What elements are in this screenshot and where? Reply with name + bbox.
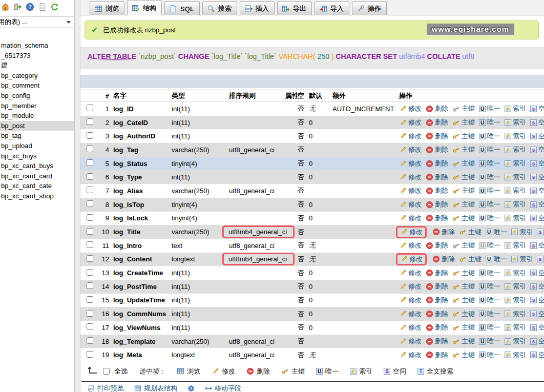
row-select-checkbox[interactable] — [87, 282, 93, 289]
drop-action[interactable]: 删除 — [426, 296, 448, 305]
spatial-action[interactable]: s空间 — [530, 310, 544, 319]
primary-action[interactable]: 主键 — [452, 173, 475, 182]
primary-action[interactable]: 主键 — [459, 228, 482, 237]
recent-tables-select[interactable]: 用的表) ... — [0, 16, 74, 28]
drop-action[interactable]: 删除 — [426, 269, 448, 278]
row-select-checkbox[interactable] — [87, 241, 93, 248]
spatial-action[interactable]: s空间 — [530, 132, 544, 141]
drop-action[interactable]: 删除 — [426, 132, 448, 141]
modify-action[interactable]: 修改 — [399, 337, 422, 346]
spatial-action[interactable]: s空间 — [530, 282, 544, 291]
home-icon[interactable] — [1, 3, 10, 11]
help-icon[interactable]: ? — [26, 3, 34, 11]
row-select-checkbox[interactable] — [87, 228, 93, 235]
drop-action[interactable]: 删除 — [426, 214, 448, 223]
modify-action[interactable]: 修改 — [399, 118, 422, 127]
row-select-checkbox[interactable] — [87, 159, 93, 166]
spatial-action[interactable]: s空间 — [530, 159, 544, 168]
modify-action[interactable]: 修改 — [399, 255, 428, 263]
row-select-checkbox[interactable] — [87, 200, 93, 207]
drop-action[interactable]: 删除 — [426, 186, 448, 195]
primary-action[interactable]: 主键 — [452, 104, 475, 113]
primary-action[interactable]: 主键 — [452, 241, 475, 250]
sidebar-item-bp-category[interactable]: bp_category — [0, 71, 74, 81]
unique-action[interactable]: U唯一 — [486, 228, 507, 237]
link-move[interactable]: 移动字段 — [205, 384, 241, 392]
index-action[interactable]: 索引 — [505, 104, 526, 113]
tab-sql[interactable]: SQL — [164, 1, 200, 15]
drop-action[interactable]: 删除 — [426, 241, 448, 250]
bulk-pencil-button[interactable]: 修改 — [212, 367, 235, 376]
primary-action[interactable]: 主键 — [452, 118, 475, 127]
bulk-key-button[interactable]: 主键 — [281, 367, 305, 376]
spatial-action[interactable]: s空间 — [530, 104, 544, 113]
check-all-label[interactable]: 全选 — [114, 367, 128, 376]
row-select-checkbox[interactable] — [87, 296, 93, 303]
modify-action[interactable]: 修改 — [399, 310, 422, 319]
spatial-action[interactable]: s空间 — [530, 200, 544, 209]
drop-action[interactable]: 删除 — [426, 173, 448, 182]
primary-action[interactable]: 主键 — [452, 323, 475, 332]
row-select-checkbox[interactable] — [87, 214, 93, 221]
modify-action[interactable]: 修改 — [399, 350, 422, 360]
sidebar-item-bp-tag[interactable]: bp_tag — [0, 131, 74, 141]
row-select-checkbox[interactable] — [87, 187, 93, 193]
index-action[interactable]: 索引 — [505, 323, 526, 332]
row-select-checkbox[interactable] — [87, 255, 93, 262]
spatial-action[interactable]: s空间 — [530, 145, 544, 154]
tab-search[interactable]: 搜索 — [202, 1, 237, 15]
unique-action[interactable]: U唯一 — [479, 350, 500, 360]
unique-action[interactable]: U唯一 — [479, 132, 500, 141]
drop-action[interactable]: 删除 — [432, 228, 455, 237]
drop-action[interactable]: 删除 — [426, 282, 448, 291]
tab-export[interactable]: 导出 — [277, 1, 312, 15]
unique-action[interactable]: U唯一 — [479, 337, 500, 346]
index-action[interactable]: 索引 — [505, 269, 526, 278]
sidebar-item-bp-xc-card-card[interactable]: bp_xc_card_card — [0, 171, 74, 181]
unique-action[interactable]: U唯一 — [479, 186, 500, 195]
bulk-unique-button[interactable]: U唯一 — [316, 367, 339, 376]
unique-action[interactable]: U唯一 — [479, 173, 500, 182]
sidebar-item-bp-xc-buys[interactable]: bp_xc_buys — [0, 151, 74, 161]
unique-action[interactable]: U唯一 — [479, 118, 500, 127]
tab-import[interactable]: 导入 — [315, 1, 349, 15]
bulk-browse-button[interactable]: 浏览 — [177, 367, 200, 376]
drop-action[interactable]: 删除 — [426, 145, 448, 154]
primary-action[interactable]: 主键 — [452, 269, 475, 278]
index-action[interactable]: 索引 — [505, 118, 526, 127]
logout-icon[interactable] — [13, 3, 22, 11]
index-action[interactable]: 索引 — [511, 228, 533, 237]
row-select-checkbox[interactable] — [87, 323, 93, 330]
link-help-small[interactable]: ? — [187, 384, 195, 392]
row-select-checkbox[interactable] — [87, 269, 93, 276]
refresh-icon[interactable] — [50, 3, 59, 11]
row-select-checkbox[interactable] — [87, 118, 93, 125]
unique-action[interactable]: U唯一 — [479, 104, 500, 113]
primary-action[interactable]: 主键 — [452, 350, 475, 360]
modify-action[interactable]: 修改 — [399, 323, 422, 332]
spatial-action[interactable]: s空间 — [530, 214, 544, 223]
index-action[interactable]: 索引 — [505, 282, 526, 291]
spatial-action[interactable]: s空间 — [530, 186, 544, 195]
index-action[interactable]: 索引 — [505, 200, 526, 209]
primary-action[interactable]: 主键 — [452, 296, 475, 305]
spatial-action[interactable]: s空间 — [530, 241, 544, 250]
tab-structure[interactable]: 结构 — [127, 0, 162, 15]
unique-action[interactable]: U唯一 — [479, 296, 500, 305]
modify-action[interactable]: 修改 — [399, 241, 422, 250]
spatial-action[interactable]: s空间 — [530, 296, 544, 305]
index-action[interactable]: 索引 — [505, 350, 526, 360]
modify-action[interactable]: 修改 — [399, 214, 422, 223]
unique-action[interactable]: U唯一 — [479, 145, 500, 154]
index-action[interactable]: 索引 — [505, 310, 526, 319]
spatial-action[interactable]: s空间 — [537, 228, 544, 237]
modify-action[interactable]: 修改 — [399, 200, 422, 209]
sidebar-item-bp-xc-card-cate[interactable]: bp_xc_card_cate — [0, 181, 74, 191]
check-all-checkbox[interactable] — [103, 368, 110, 375]
index-action[interactable]: 索引 — [505, 173, 526, 182]
sidebar-item-bp-member[interactable]: bp_member — [0, 101, 74, 111]
index-action[interactable]: 索引 — [505, 214, 526, 223]
index-action[interactable]: 索引 — [505, 186, 526, 195]
primary-action[interactable]: 主键 — [452, 200, 475, 209]
link-table-small[interactable]: 规划表结构 — [134, 384, 177, 392]
